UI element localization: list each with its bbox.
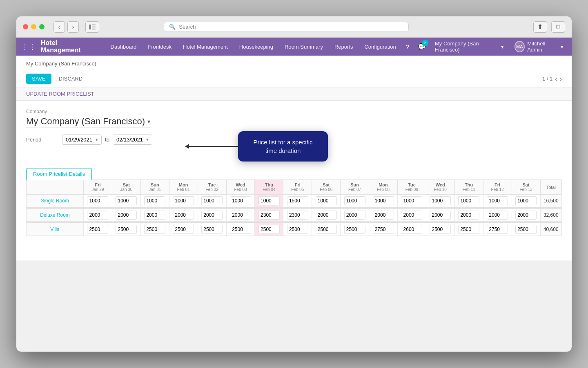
price-input-0-4[interactable]: [201, 196, 223, 205]
price-input-0-11[interactable]: [401, 196, 422, 205]
price-input-2-2[interactable]: [144, 225, 165, 234]
window-button[interactable]: ⧉: [551, 21, 565, 33]
next-page-button[interactable]: ›: [560, 75, 562, 83]
price-cell-1-1: [112, 209, 140, 222]
company-dropdown[interactable]: My Company (San Francisco) ▾: [26, 116, 150, 128]
help-button[interactable]: ?: [402, 40, 413, 53]
price-input-1-12[interactable]: [430, 211, 451, 220]
price-input-1-0[interactable]: [87, 211, 108, 220]
pricelist-table: FriJan 29SatJan 30SunJan 31MonFeb 01TueF…: [26, 180, 562, 236]
price-cell-1-6: [255, 209, 283, 222]
price-input-0-0[interactable]: [87, 196, 108, 205]
price-input-2-5[interactable]: [230, 225, 251, 234]
price-input-1-9[interactable]: [344, 211, 365, 220]
price-input-2-10[interactable]: [373, 225, 394, 234]
nav-item-reports[interactable]: Reports: [329, 38, 359, 56]
forward-button[interactable]: ›: [67, 21, 79, 33]
user-selector[interactable]: MA Mitchell Admin ▾: [511, 39, 567, 54]
price-input-2-9[interactable]: [344, 225, 365, 234]
price-cell-0-12: [426, 195, 454, 207]
col-header-15: SatFeb 13: [512, 180, 540, 195]
nav-item-configuration[interactable]: Configuration: [359, 38, 401, 56]
price-cell-0-2: [140, 195, 169, 207]
price-cell-0-7: [283, 195, 312, 207]
nav-item-room-summary[interactable]: Room Summary: [279, 38, 329, 56]
price-input-2-7[interactable]: [287, 225, 308, 234]
price-input-2-4[interactable]: [201, 225, 223, 234]
price-cell-2-13: [454, 223, 483, 236]
col-header-13: ThuFeb 11: [454, 180, 483, 195]
col-header-14: FriFeb 12: [483, 180, 512, 195]
avatar: MA: [514, 41, 525, 52]
price-input-1-2[interactable]: [144, 211, 165, 220]
maximize-button[interactable]: [39, 24, 45, 29]
prev-page-button[interactable]: ‹: [555, 75, 557, 83]
price-cell-0-9: [341, 195, 369, 207]
price-input-1-15[interactable]: [515, 211, 537, 220]
price-cell-1-15: [512, 209, 540, 222]
price-input-2-13[interactable]: [458, 225, 479, 234]
price-input-0-14[interactable]: [487, 196, 508, 205]
price-input-2-11[interactable]: [401, 225, 422, 234]
price-input-2-8[interactable]: [316, 225, 337, 234]
sidebar-toggle-button[interactable]: [85, 21, 99, 33]
price-input-2-15[interactable]: [515, 225, 537, 234]
price-input-1-8[interactable]: [316, 211, 337, 220]
price-input-0-12[interactable]: [430, 196, 451, 205]
table-row-1: Deluxe Room32,600: [27, 209, 562, 222]
price-cell-0-8: [312, 195, 341, 207]
price-input-0-8[interactable]: [316, 196, 337, 205]
search-input[interactable]: [179, 24, 403, 30]
price-input-1-1[interactable]: [116, 211, 137, 220]
price-input-1-7[interactable]: [287, 211, 308, 220]
price-input-0-15[interactable]: [515, 196, 537, 205]
back-button[interactable]: ‹: [53, 21, 65, 33]
tab-room-pricelist-details[interactable]: Room Pricelist Details: [26, 168, 92, 180]
price-input-1-4[interactable]: [201, 211, 223, 220]
company-field-label: Company: [26, 109, 562, 114]
price-input-0-6[interactable]: [258, 196, 280, 205]
price-input-1-10[interactable]: [373, 211, 394, 220]
price-input-1-6[interactable]: [258, 211, 280, 220]
price-input-0-13[interactable]: [458, 196, 479, 205]
nav-item-hotel-management[interactable]: Hotel Management: [177, 38, 234, 56]
price-input-0-3[interactable]: [173, 196, 194, 205]
col-header-8: SatFeb 06: [312, 180, 341, 195]
company-selector[interactable]: My Company (San Francisco) ▾: [431, 39, 508, 54]
user-label: Mitchell Admin: [527, 40, 558, 53]
save-button[interactable]: SAVE: [26, 74, 51, 84]
date-to-input[interactable]: 02/13/2021 ▾: [113, 135, 152, 145]
total-cell-1: 32,600: [540, 209, 562, 222]
price-input-2-12[interactable]: [430, 225, 451, 234]
price-input-1-11[interactable]: [401, 211, 422, 220]
svg-rect-0: [89, 25, 91, 29]
nav-item-dashboard[interactable]: Dashboard: [105, 38, 143, 56]
price-input-2-14[interactable]: [487, 225, 508, 234]
nav-item-housekeeping[interactable]: Housekeeping: [234, 38, 279, 56]
date-from-input[interactable]: 01/29/2021 ▾: [62, 135, 102, 145]
price-input-2-0[interactable]: [87, 225, 108, 234]
price-input-2-3[interactable]: [173, 225, 194, 234]
discard-button[interactable]: DISCARD: [55, 74, 87, 84]
messages-button[interactable]: 💬 2: [416, 40, 428, 53]
close-button[interactable]: [23, 24, 28, 29]
price-input-0-1[interactable]: [116, 196, 137, 205]
price-input-2-1[interactable]: [116, 225, 137, 234]
price-input-1-5[interactable]: [230, 211, 251, 220]
price-cell-0-0: [84, 195, 112, 207]
price-input-0-9[interactable]: [344, 196, 365, 205]
minimize-button[interactable]: [31, 24, 36, 29]
price-input-1-14[interactable]: [487, 211, 508, 220]
address-bar[interactable]: 🔍: [164, 22, 409, 32]
share-button[interactable]: ⬆: [533, 21, 547, 33]
grid-icon[interactable]: ⋮⋮: [21, 42, 36, 51]
price-input-0-7[interactable]: [287, 196, 308, 205]
update-pricelist-link[interactable]: UPDATE ROOM PRICELIST: [26, 91, 94, 97]
price-input-0-5[interactable]: [230, 196, 251, 205]
nav-item-frontdesk[interactable]: Frontdesk: [142, 38, 177, 56]
price-input-0-10[interactable]: [373, 196, 394, 205]
price-input-0-2[interactable]: [144, 196, 165, 205]
price-input-1-13[interactable]: [458, 211, 479, 220]
price-input-1-3[interactable]: [173, 211, 194, 220]
price-input-2-6[interactable]: [258, 225, 280, 234]
